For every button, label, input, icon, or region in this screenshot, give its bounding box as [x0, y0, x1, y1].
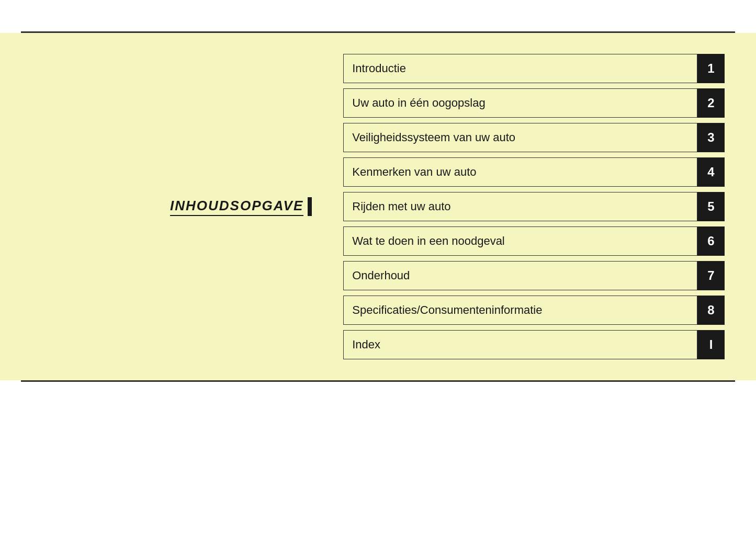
toc-item-number: 8 — [697, 296, 725, 325]
main-content: INHOUDSOPGAVE Introductie1Uw auto in één… — [0, 33, 756, 380]
toc-item-number: I — [697, 330, 725, 359]
toc-item-label: Kenmerken van uw auto — [343, 157, 697, 187]
toc-item-label: Veiligheidssysteem van uw auto — [343, 123, 697, 152]
inhoudsopgave-title: INHOUDSOPGAVE — [170, 198, 303, 216]
toc-item-label: Rijden met uw auto — [343, 192, 697, 221]
top-white-bar — [0, 0, 756, 31]
page-container: INHOUDSOPGAVE Introductie1Uw auto in één… — [0, 0, 756, 533]
inhoudsopgave-label: INHOUDSOPGAVE — [170, 197, 312, 216]
toc-item[interactable]: Rijden met uw auto5 — [343, 192, 725, 221]
bottom-spacer — [0, 382, 756, 533]
toc-item[interactable]: Uw auto in één oogopslag2 — [343, 88, 725, 118]
toc-item-number: 1 — [697, 54, 725, 83]
inhoudsopgave-marker — [308, 197, 312, 216]
toc-item[interactable]: Onderhoud7 — [343, 261, 725, 290]
toc-item-number: 2 — [697, 88, 725, 118]
toc-item-label: Wat te doen in een noodgeval — [343, 226, 697, 256]
toc-item-number: 7 — [697, 261, 725, 290]
toc-item-label: Uw auto in één oogopslag — [343, 88, 697, 118]
toc-item-label: Index — [343, 330, 697, 359]
toc-item-label: Introductie — [343, 54, 697, 83]
toc-item[interactable]: Kenmerken van uw auto4 — [343, 157, 725, 187]
toc-item[interactable]: Introductie1 — [343, 54, 725, 83]
toc-item[interactable]: Veiligheidssysteem van uw auto3 — [343, 123, 725, 152]
toc-list: Introductie1Uw auto in één oogopslag2Vei… — [343, 54, 725, 359]
toc-item-number: 3 — [697, 123, 725, 152]
toc-item-label: Onderhoud — [343, 261, 697, 290]
left-section: INHOUDSOPGAVE — [31, 197, 343, 216]
toc-item[interactable]: IndexI — [343, 330, 725, 359]
toc-item[interactable]: Specificaties/Consumenteninformatie8 — [343, 296, 725, 325]
toc-item-label: Specificaties/Consumenteninformatie — [343, 296, 697, 325]
toc-item[interactable]: Wat te doen in een noodgeval6 — [343, 226, 725, 256]
toc-item-number: 6 — [697, 226, 725, 256]
toc-item-number: 5 — [697, 192, 725, 221]
toc-item-number: 4 — [697, 157, 725, 187]
